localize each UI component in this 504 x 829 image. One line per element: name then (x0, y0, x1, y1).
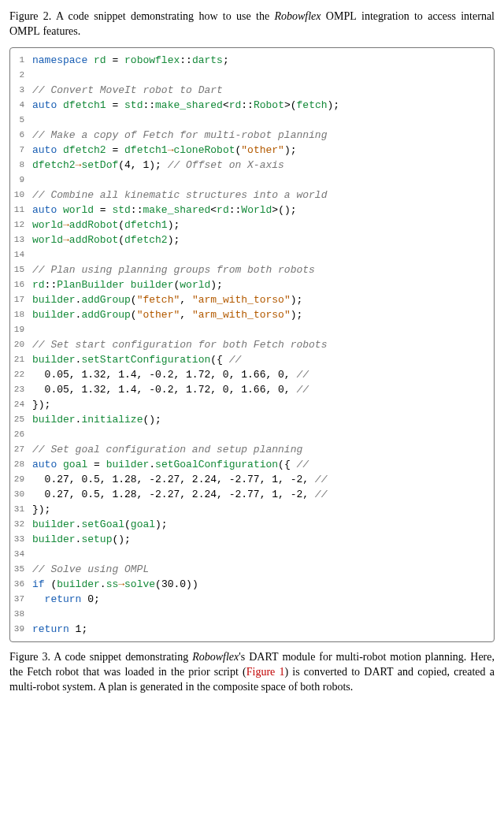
code-content (32, 547, 489, 562)
code-line: 2 (13, 68, 489, 83)
code-content: // Set start configuration for both Fetc… (32, 337, 489, 352)
code-line: 37 return 0; (13, 592, 489, 607)
code-content: return 1; (32, 622, 489, 637)
line-number: 21 (13, 352, 32, 367)
code-line: 12world→addRobot(dfetch1); (13, 217, 489, 232)
code-line: 8dfetch2→setDof(4, 1); // Offset on X-ax… (13, 158, 489, 173)
caption-text: integration to access internal (357, 10, 495, 22)
line-number: 8 (13, 158, 32, 173)
code-snippet: 1namespace rd = robowflex::darts;23// Co… (9, 47, 495, 642)
dart-term: DART (249, 651, 278, 663)
code-content: if (builder.ss→solve(30.0)) (32, 577, 489, 592)
code-line: 19 (13, 322, 489, 337)
code-line: 28auto goal = builder.setGoalConfigurati… (13, 457, 489, 472)
code-line: 6// Make a copy of Fetch for multi-robot… (13, 128, 489, 143)
code-line: 23 0.05, 1.32, 1.4, -0.2, 1.72, 0, 1.66,… (13, 382, 489, 397)
code-content: builder.setGoal(goal); (32, 517, 489, 532)
code-line: 36if (builder.ss→solve(30.0)) (13, 577, 489, 592)
line-number: 36 (13, 577, 32, 592)
code-line: 26 (13, 427, 489, 442)
code-content: namespace rd = robowflex::darts; (32, 53, 489, 68)
code-content: builder.addGroup("other", "arm_with_tors… (32, 307, 489, 322)
code-content: builder.initialize(); (32, 412, 489, 427)
line-number: 5 (13, 113, 32, 128)
code-line: 31}); (13, 502, 489, 517)
figure-3-label: Figure 3. (9, 651, 50, 663)
line-number: 2 (13, 68, 32, 83)
line-number: 7 (13, 143, 32, 158)
line-number: 29 (13, 472, 32, 487)
code-line: 34 (13, 547, 489, 562)
code-content: builder.addGroup("fetch", "arm_with_tors… (32, 292, 489, 307)
code-content: // Convert MoveIt robot to Dart (32, 83, 489, 98)
code-line: 11auto world = std::make_shared<rd::Worl… (13, 203, 489, 217)
code-content: }); (32, 502, 489, 517)
line-number: 31 (13, 502, 32, 517)
line-number: 14 (13, 247, 32, 262)
code-line: 30 0.27, 0.5, 1.28, -2.27, 2.24, -2.77, … (13, 487, 489, 502)
line-number: 28 (13, 457, 32, 472)
figure-2-caption: Figure 2. A code snippet demonstrating h… (9, 9, 495, 39)
line-number: 17 (13, 292, 32, 307)
code-content (32, 322, 489, 337)
caption-text: 's (239, 651, 249, 663)
code-content: auto world = std::make_shared<rd::World>… (32, 203, 489, 217)
code-line: 15// Plan using planning groups from bot… (13, 262, 489, 277)
line-number: 20 (13, 337, 32, 352)
code-line: 13world→addRobot(dfetch2); (13, 232, 489, 247)
line-number: 3 (13, 83, 32, 98)
code-line: 24}); (13, 397, 489, 412)
figure-2-label: Figure 2. (9, 10, 51, 22)
code-content: world→addRobot(dfetch2); (32, 232, 489, 247)
code-line: 32builder.setGoal(goal); (13, 517, 489, 532)
code-line: 3// Convert MoveIt robot to Dart (13, 83, 489, 98)
code-content (32, 607, 489, 622)
code-line: 22 0.05, 1.32, 1.4, -0.2, 1.72, 0, 1.66,… (13, 367, 489, 382)
code-line: 7auto dfetch2 = dfetch1→cloneRobot("othe… (13, 143, 489, 158)
line-number: 30 (13, 487, 32, 502)
line-number: 24 (13, 397, 32, 412)
code-content: 0.27, 0.5, 1.28, -2.27, 2.24, -2.77, 1, … (32, 487, 489, 502)
figure-3-caption: Figure 3. A code snippet demonstrating R… (9, 650, 495, 695)
line-number: 35 (13, 562, 32, 577)
code-content: 0.05, 1.32, 1.4, -0.2, 1.72, 0, 1.66, 0,… (32, 367, 489, 382)
code-content: return 0; (32, 592, 489, 607)
code-content (32, 173, 489, 188)
line-number: 10 (13, 188, 32, 203)
line-number: 34 (13, 547, 32, 562)
code-line: 9 (13, 173, 489, 188)
line-number: 23 (13, 382, 32, 397)
code-content: // Set goal configuration and setup plan… (32, 442, 489, 457)
line-number: 15 (13, 262, 32, 277)
ompl-term: OMPL (321, 10, 357, 22)
code-content: dfetch2→setDof(4, 1); // Offset on X-axi… (32, 158, 489, 173)
line-number: 22 (13, 367, 32, 382)
robowflex-term: Robowflex (192, 651, 239, 663)
code-line: 38 (13, 607, 489, 622)
code-line: 21builder.setStartConfiguration({ // (13, 352, 489, 367)
code-content (32, 113, 489, 128)
line-number: 13 (13, 232, 32, 247)
code-content: 0.05, 1.32, 1.4, -0.2, 1.72, 0, 1.66, 0,… (32, 382, 489, 397)
code-content: rd::PlanBuilder builder(world); (32, 277, 489, 292)
code-content: // Make a copy of Fetch for multi-robot … (32, 128, 489, 143)
line-number: 18 (13, 307, 32, 322)
line-number: 37 (13, 592, 32, 607)
line-number: 6 (13, 128, 32, 143)
code-content: auto dfetch1 = std::make_shared<rd::Robo… (32, 98, 489, 113)
figure-1-link[interactable]: Figure 1 (246, 666, 285, 678)
line-number: 11 (13, 203, 32, 217)
code-line: 20// Set start configuration for both Fe… (13, 337, 489, 352)
line-number: 39 (13, 622, 32, 637)
code-line: 33builder.setup(); (13, 532, 489, 547)
line-number: 12 (13, 217, 32, 232)
code-line: 14 (13, 247, 489, 262)
code-content (32, 68, 489, 83)
code-content: auto dfetch2 = dfetch1→cloneRobot("other… (32, 143, 489, 158)
code-content: // Combine all kinematic structures into… (32, 188, 489, 203)
line-number: 38 (13, 607, 32, 622)
code-content: auto goal = builder.setGoalConfiguration… (32, 457, 489, 472)
code-content (32, 427, 489, 442)
code-content (32, 247, 489, 262)
code-content: world→addRobot(dfetch1); (32, 217, 489, 232)
